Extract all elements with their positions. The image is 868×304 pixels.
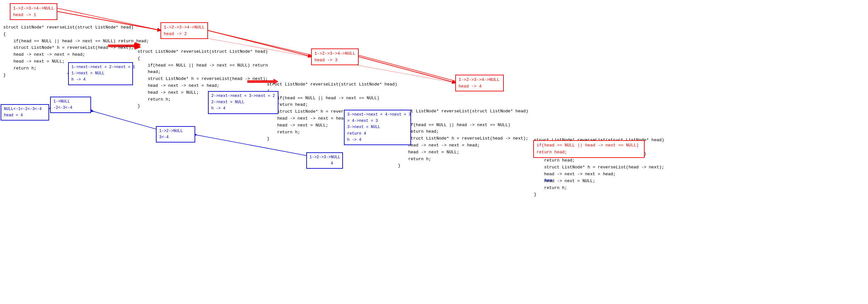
code-block-level4: struct ListNode* reverseList(struct List… xyxy=(398,108,528,170)
blue-linked-1: NULL<-1<-2<-3<-4head = 4 xyxy=(1,104,49,121)
blue-note-1: 1->next->next = 2->next = 11->next = NUL… xyxy=(68,62,133,85)
red-box-4: 1->2->3->4->NULLhead -> 4 xyxy=(455,75,504,91)
svg-line-2 xyxy=(359,57,456,83)
red-base-case-box: if(head == NULL || head -> next == NULL)… xyxy=(533,140,645,158)
blue-linked-4: 1->2->3->NULL 4 xyxy=(306,152,343,169)
hea-label: hea xyxy=(545,178,552,183)
red-box-3: 1->2->3->4->NULLhead -> 3 xyxy=(311,49,359,65)
blue-linked-2: 1->NULL-2<-3<-4 xyxy=(50,97,91,113)
blue-note-3: 3->next->next = 4->next = 3= 4->next = 3… xyxy=(344,110,411,145)
blue-linked-3: 1->2->NULL3<-4 xyxy=(156,126,195,143)
red-box-1: 1->2->3->4->NULLhead -> 1 xyxy=(10,3,57,20)
blue-note-2: 2->next->next = 3->next = 22->next = NUL… xyxy=(208,91,278,114)
svg-line-15 xyxy=(358,55,456,81)
red-box-2: 1->2->3->4->NULLhead -> 2 xyxy=(160,22,208,39)
